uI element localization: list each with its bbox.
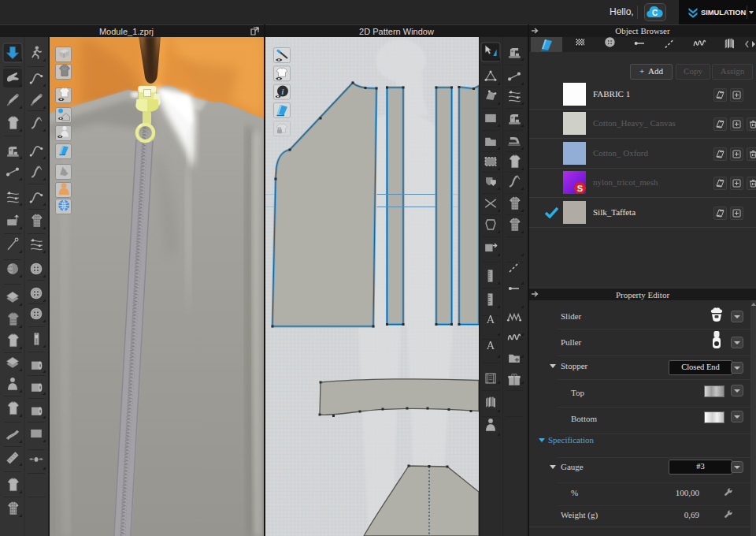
svg-text:C: C	[652, 9, 658, 17]
svg-text:S: S	[577, 184, 583, 193]
svg-text:i: i	[282, 87, 284, 96]
